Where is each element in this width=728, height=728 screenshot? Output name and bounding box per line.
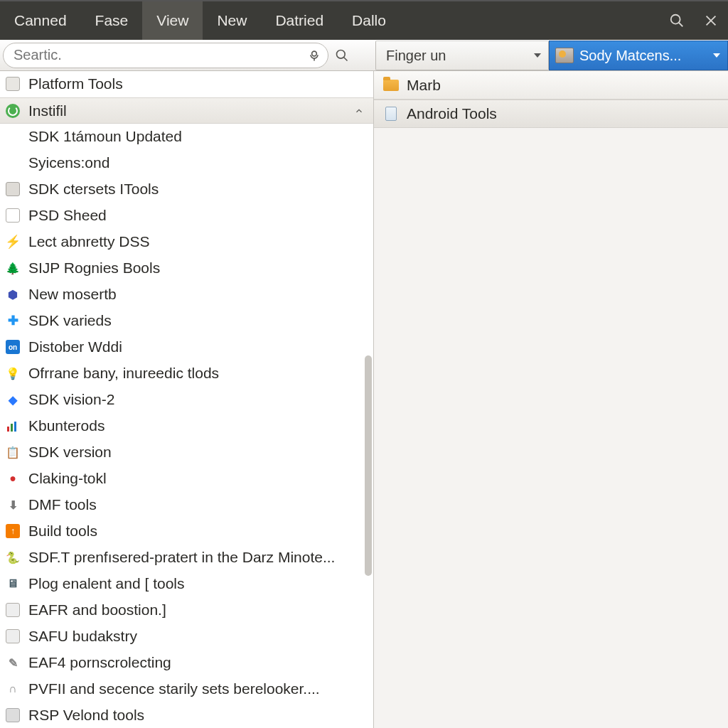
list-item[interactable]: 🖥Plog enalent and [ tools — [0, 571, 373, 597]
list-item-label: PSD Sheed — [28, 207, 366, 224]
svg-rect-10 — [14, 422, 16, 432]
list-item[interactable]: ⚡Lect abnretty DSS — [0, 229, 373, 255]
svg-point-0 — [671, 15, 680, 24]
list-item-label: SDK vision-2 — [28, 391, 366, 408]
list-item[interactable]: SDK 1támoun Updated — [0, 124, 373, 150]
menu-item-canned[interactable]: Canned — [0, 1, 81, 40]
mon-icon: 🖥 — [4, 575, 21, 592]
toolbar-search-icon[interactable] — [660, 1, 694, 40]
list-item-label: SDK varieds — [28, 312, 366, 329]
avatar-icon — [555, 48, 574, 63]
list-item[interactable]: 📋SDK version — [0, 439, 373, 466]
list-item[interactable]: ◆SDK vision-2 — [0, 387, 373, 413]
list-item[interactable]: SDK ctersets ITools — [0, 176, 373, 203]
list-item[interactable]: SAFU budakstry — [0, 623, 373, 650]
list-item-label: PVFII and secence starily sets berelooke… — [28, 680, 366, 697]
list-item[interactable]: ⬇DMF tools — [0, 492, 373, 518]
list-item[interactable]: ⬢New mosertb — [0, 282, 373, 308]
list-item[interactable]: ∩PVFII and secence starily sets berelook… — [0, 676, 373, 702]
list-item[interactable]: 🌲SIJP Rognies Bools — [0, 255, 373, 282]
search-input[interactable] — [3, 43, 328, 68]
arch-icon: ∩ — [4, 680, 21, 697]
list-item-label: DMF tools — [28, 496, 366, 513]
list-item-label: Claking-tokl — [28, 470, 366, 487]
toolbar-row: Finger un Sody Matcens... — [0, 40, 728, 71]
right-item-label: Marb — [407, 77, 441, 94]
svg-rect-8 — [7, 427, 9, 432]
srv-icon — [4, 707, 21, 724]
list-item-label: RSP Velond tools — [28, 707, 366, 724]
list-item-label: SAFU budakstry — [28, 628, 366, 645]
list-item[interactable]: EAFR and boostion.] — [0, 597, 373, 623]
list-item-label: Instifil — [28, 102, 352, 119]
list-item-label: Plog enalent and [ tools — [28, 575, 366, 592]
profile-dropdown[interactable]: Sody Matcens... — [549, 41, 728, 70]
list-item[interactable]: 🐍SDF.T prenfısered-pratert in the Darz M… — [0, 545, 373, 571]
list-item[interactable]: ●Claking-tokl — [0, 466, 373, 492]
list-item-label: Platform Tools — [28, 75, 366, 92]
list-item-label: SDK ctersets ITools — [28, 181, 366, 198]
filter-dropdown[interactable]: Finger un — [375, 41, 549, 70]
search-area — [0, 40, 355, 70]
refresh-icon — [4, 102, 21, 119]
bolt-icon: ⚡ — [4, 233, 21, 250]
svg-line-1 — [679, 23, 683, 27]
menu-item-new[interactable]: New — [203, 1, 261, 40]
svg-point-4 — [312, 51, 317, 56]
shield-icon: ⬢ — [4, 286, 21, 303]
filter-dropdown-label: Finger un — [386, 48, 530, 64]
voice-input-icon[interactable] — [306, 47, 323, 64]
menu-item-view[interactable]: View — [142, 1, 203, 40]
list-item[interactable]: ↑Build tools — [0, 518, 373, 545]
right-item-label: Android Tools — [407, 105, 497, 122]
bulb-icon: 💡 — [4, 365, 21, 382]
list-item[interactable]: Syicens:ond — [0, 150, 373, 176]
list-item-label: SDK 1támoun Updated — [28, 128, 366, 145]
list-item-label: Syicens:ond — [28, 154, 366, 171]
list-item-label: SIJP Rognies Bools — [28, 259, 366, 277]
list-item[interactable]: PSD Sheed — [0, 203, 373, 229]
search-go-icon[interactable] — [331, 43, 353, 68]
scrollbar-thumb[interactable] — [365, 355, 372, 576]
chevron-up-icon[interactable] — [352, 104, 366, 118]
lock-icon: ↑ — [4, 523, 21, 540]
menu-item-datried[interactable]: Datried — [261, 1, 338, 40]
bars-icon — [4, 417, 21, 434]
list-item-label: Lect abnretty DSS — [28, 233, 366, 250]
page-icon — [4, 601, 21, 619]
list-item[interactable]: Platform Tools — [0, 71, 373, 97]
right-item[interactable]: Android Tools — [374, 100, 728, 128]
list-item-label: SDF.T prenfısered-pratert in the Darz Mi… — [28, 549, 366, 566]
list-item[interactable]: ✚SDK varieds — [0, 308, 373, 334]
svg-line-7 — [344, 57, 348, 60]
list-item[interactable]: ✎EAF4 pornscrolecting — [0, 650, 373, 676]
py-icon: 🐍 — [4, 549, 21, 566]
chevron-down-icon — [713, 53, 720, 58]
list-item[interactable]: Instifil — [0, 97, 373, 124]
list-item[interactable]: Kbunterods — [0, 413, 373, 439]
doc-icon — [4, 207, 21, 224]
folder-icon — [382, 78, 400, 92]
pen-icon: ✎ — [4, 654, 21, 671]
box-icon — [4, 181, 21, 198]
diamond-icon: ◆ — [4, 391, 21, 408]
file-icon — [382, 107, 400, 121]
list-item-label: SDK version — [28, 444, 366, 461]
menu-item-fase[interactable]: Fase — [81, 1, 143, 40]
right-panel: MarbAndroid Tools — [374, 71, 728, 728]
toolbar-close-icon[interactable] — [694, 1, 728, 40]
warn-icon: ● — [4, 470, 21, 487]
right-item[interactable]: Marb — [374, 71, 728, 100]
chevron-down-icon — [534, 53, 541, 58]
menu-item-dallo[interactable]: Dallo — [338, 1, 400, 40]
profile-dropdown-label: Sody Matcens... — [579, 48, 709, 64]
list-item[interactable]: onDistober Wddi — [0, 334, 373, 360]
tree-icon: 🌲 — [4, 259, 21, 277]
down-icon: ⬇ — [4, 496, 21, 513]
list-item-label: Ofrrane bany, inureedic tlods — [28, 365, 366, 382]
badge-icon: on — [4, 338, 21, 355]
list-item-label: Build tools — [28, 523, 366, 540]
puzzle-icon: ✚ — [4, 312, 21, 329]
list-item[interactable]: RSP Velond tools — [0, 702, 373, 728]
list-item[interactable]: 💡Ofrrane bany, inureedic tlods — [0, 360, 373, 387]
